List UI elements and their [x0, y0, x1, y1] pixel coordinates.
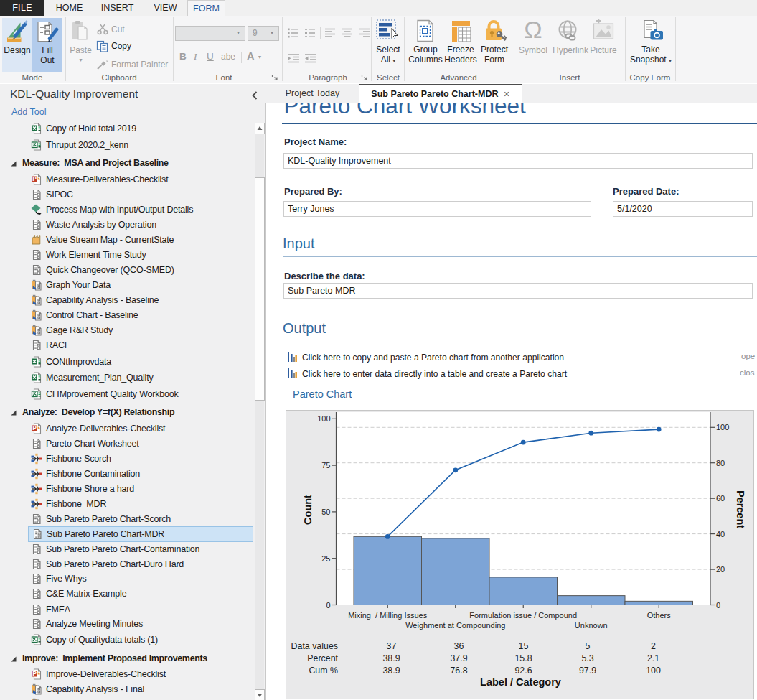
svg-text:97.9: 97.9	[579, 666, 596, 676]
svg-text:37: 37	[387, 641, 397, 651]
svg-text:36: 36	[454, 641, 464, 651]
svg-text:60: 60	[716, 494, 725, 503]
svg-text:Cum %: Cum %	[309, 666, 338, 676]
svg-text:Unknown: Unknown	[575, 621, 608, 630]
svg-text:Others: Others	[647, 611, 672, 620]
svg-text:20: 20	[716, 565, 725, 574]
svg-text:40: 40	[716, 530, 725, 538]
svg-text:0: 0	[326, 601, 330, 610]
svg-text:100: 100	[716, 423, 729, 431]
svg-text:2: 2	[651, 641, 656, 651]
svg-text:75: 75	[321, 461, 330, 470]
svg-text:Label / Category: Label / Category	[480, 676, 561, 688]
svg-text:Data values: Data values	[291, 641, 338, 651]
svg-text:100: 100	[317, 414, 330, 423]
svg-text:15.8: 15.8	[514, 653, 532, 663]
svg-text:2.1: 2.1	[647, 653, 659, 663]
svg-text:Count: Count	[302, 495, 314, 525]
svg-text:76.8: 76.8	[450, 666, 467, 676]
svg-text:5.3: 5.3	[581, 653, 593, 663]
svg-text:Formulation issue / Compound: Formulation issue / Compound	[469, 611, 577, 620]
svg-text:80: 80	[716, 459, 725, 467]
svg-text:25: 25	[321, 554, 330, 563]
svg-text:5: 5	[586, 641, 591, 651]
svg-text:0: 0	[716, 601, 720, 610]
svg-text:Percent: Percent	[735, 490, 746, 528]
svg-text:38.9: 38.9	[382, 666, 400, 676]
svg-text:Percent: Percent	[307, 653, 338, 663]
svg-text:92.6: 92.6	[514, 666, 532, 676]
svg-text:50: 50	[321, 508, 330, 516]
svg-text:38.9: 38.9	[382, 653, 400, 663]
svg-text:100: 100	[646, 666, 661, 676]
svg-text:15: 15	[519, 641, 529, 651]
svg-text:Weighment at Compounding: Weighment at Compounding	[405, 621, 505, 630]
svg-text:37.9: 37.9	[450, 653, 467, 663]
svg-text:Mixing / Milling Issues: Mixing / Milling Issues	[348, 611, 428, 620]
